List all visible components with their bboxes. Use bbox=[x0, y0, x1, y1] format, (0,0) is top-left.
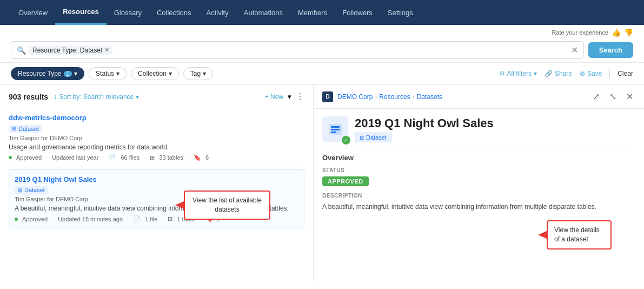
dataset-main-title: 2019 Q1 Night Owl Sales bbox=[355, 116, 494, 130]
dataset-type-icon-1: ⊞ bbox=[12, 126, 16, 132]
sort-icon: ↕ bbox=[54, 93, 57, 101]
description-text: A beautiful, meaningful, intuitive data … bbox=[322, 202, 635, 212]
search-input-wrap[interactable]: 🔍 Resource Type: Dataset ✕ ✕ bbox=[11, 41, 584, 59]
new-chevron-icon: ▾ bbox=[288, 93, 291, 101]
results-actions: + New ▾ ⋮ bbox=[265, 91, 304, 102]
org-icon: D bbox=[322, 91, 333, 102]
thumbs-up-icon[interactable]: 👍 bbox=[612, 28, 621, 37]
new-button[interactable]: + New bbox=[265, 93, 283, 101]
description-field-label: DESCRIPTION bbox=[322, 193, 635, 199]
nav-glossary[interactable]: Glossary bbox=[107, 0, 149, 25]
right-callout-box: View the details of a dataset bbox=[547, 220, 612, 249]
nav-automations[interactable]: Automations bbox=[236, 0, 290, 25]
resource-type-filter-button[interactable]: Resource Type 1 ▾ bbox=[11, 67, 84, 80]
main-content: 903 results ↕ Sort by: Search relevance … bbox=[0, 85, 644, 281]
file-icon-1: 📄 bbox=[109, 154, 116, 161]
close-icon[interactable]: ✕ bbox=[624, 90, 635, 103]
bookmark-icon-1: 🔖 bbox=[194, 154, 201, 161]
dataset-type-badge-right: ⊞ Dataset bbox=[355, 133, 391, 142]
share-icon: 🔗 bbox=[545, 70, 553, 77]
status-badge: APPROVED bbox=[322, 176, 369, 186]
status-field-label: STATUS bbox=[322, 167, 635, 173]
nav-followers[interactable]: Followers bbox=[335, 0, 380, 25]
tables-1: 33 tables bbox=[159, 154, 183, 161]
dataset-desc-1: Usage and governance reporting metrics f… bbox=[9, 143, 304, 151]
bookmarks-1: 6 bbox=[205, 154, 209, 161]
files-2: 1 file bbox=[145, 216, 157, 222]
all-filters-button[interactable]: ⚙ All filters ▾ bbox=[499, 70, 537, 77]
svg-rect-1 bbox=[331, 126, 340, 128]
nav-bar: Overview Resources Glossary Collections … bbox=[0, 0, 644, 25]
thumbs-down-icon[interactable]: 👎 bbox=[624, 28, 633, 37]
dataset-meta-1: Approved · Updated last year · 📄 66 file… bbox=[9, 154, 304, 161]
remove-filter-button[interactable]: ✕ bbox=[104, 47, 109, 54]
breadcrumb-org[interactable]: DEMO Corp bbox=[337, 93, 373, 101]
sort-chevron-icon: ▾ bbox=[136, 93, 139, 101]
rate-experience-label: Rate your experience bbox=[552, 29, 608, 36]
share-button[interactable]: 🔗 Share bbox=[545, 70, 572, 77]
breadcrumb-resources[interactable]: Resources bbox=[379, 93, 410, 101]
dataset-badge-1: ⊞ Dataset bbox=[9, 125, 42, 133]
breadcrumb-datasets[interactable]: Datasets bbox=[417, 93, 442, 101]
search-icon: 🔍 bbox=[17, 46, 26, 55]
search-button[interactable]: Search bbox=[588, 42, 633, 58]
svg-rect-3 bbox=[331, 132, 336, 133]
left-panel: 903 results ↕ Sort by: Search relevance … bbox=[0, 85, 314, 281]
dataset-badge-2: ⊞ Dataset bbox=[15, 186, 48, 194]
tag-label: Tag bbox=[190, 70, 201, 77]
expand-icon[interactable]: ⤡ bbox=[607, 90, 619, 103]
right-panel: D DEMO Corp › Resources › Datasets ⤢ ⤡ ✕ bbox=[314, 85, 644, 219]
status-chevron-icon: ▾ bbox=[116, 70, 119, 77]
clear-search-button[interactable]: ✕ bbox=[571, 45, 578, 55]
nav-members[interactable]: Members bbox=[290, 0, 335, 25]
collection-filter-button[interactable]: Collection ▾ bbox=[131, 67, 179, 80]
nav-settings[interactable]: Settings bbox=[380, 0, 421, 25]
collection-chevron-icon: ▾ bbox=[169, 70, 172, 77]
filter-label: Resource Type: bbox=[32, 47, 78, 54]
resource-type-label: Resource Type bbox=[18, 70, 62, 77]
filter-bar: Resource Type 1 ▾ Status ▾ Collection ▾ … bbox=[0, 63, 644, 85]
right-header: D DEMO Corp › Resources › Datasets ⤢ ⤡ ✕ bbox=[314, 85, 644, 109]
svg-rect-2 bbox=[331, 129, 340, 130]
verified-check-icon: ✓ bbox=[342, 136, 350, 144]
resource-type-badge: 1 bbox=[64, 71, 72, 77]
filter-bar-right: ⚙ All filters ▾ 🔗 Share ⊕ Save Clear bbox=[499, 69, 633, 78]
all-filters-chevron-icon: ▾ bbox=[534, 70, 537, 77]
status-filter-button[interactable]: Status ▾ bbox=[89, 67, 127, 80]
tag-chevron-icon: ▾ bbox=[203, 70, 206, 77]
left-callout-text: View the list of available datasets bbox=[192, 196, 262, 213]
save-button[interactable]: ⊕ Save bbox=[580, 70, 602, 77]
dataset-name-2[interactable]: 2019 Q1 Night Owl Sales bbox=[15, 175, 298, 183]
divider bbox=[609, 69, 610, 78]
nav-overview[interactable]: Overview bbox=[11, 0, 55, 25]
left-callout-box: View the list of available datasets bbox=[184, 191, 270, 220]
status-text-1: Approved bbox=[16, 154, 42, 161]
status-label: Status bbox=[96, 70, 114, 77]
dataset-author-1: Tim Gasper for DEMO Corp bbox=[9, 135, 304, 141]
dataset-title-text-wrap: 2019 Q1 Night Owl Sales ⊞ Dataset bbox=[355, 116, 494, 142]
right-callout-text: View the details of a dataset bbox=[554, 226, 600, 243]
files-1: 66 files bbox=[121, 154, 140, 161]
sort-by-button[interactable]: ↕ Sort by: Search relevance ▾ bbox=[54, 93, 139, 101]
dataset-card-1: ddw-metrics-democorp ⊞ Dataset Tim Gaspe… bbox=[9, 108, 304, 167]
table-icon-2: ⊞ bbox=[168, 215, 172, 222]
updated-1: Updated last year bbox=[52, 154, 98, 161]
updated-2: Updated 18 minutes ago bbox=[58, 216, 123, 222]
right-panel-wrapper: D DEMO Corp › Resources › Datasets ⤢ ⤡ ✕ bbox=[314, 85, 644, 281]
nav-resources[interactable]: Resources bbox=[55, 0, 106, 25]
tag-filter-button[interactable]: Tag ▾ bbox=[183, 67, 213, 80]
nav-collections[interactable]: Collections bbox=[149, 0, 199, 25]
status-dot-1 bbox=[9, 156, 12, 159]
dataset-type-icon-2: ⊞ bbox=[18, 187, 22, 193]
right-header-actions: ⤢ ⤡ ✕ bbox=[590, 90, 635, 103]
overview-label: Overview bbox=[322, 154, 635, 162]
resource-type-filter-tag: Resource Type: Dataset ✕ bbox=[29, 45, 112, 55]
dataset-name-1[interactable]: ddw-metrics-democorp bbox=[9, 114, 304, 122]
external-link-icon[interactable]: ⤢ bbox=[590, 90, 602, 103]
more-options-button[interactable]: ⋮ bbox=[296, 91, 304, 102]
right-body: ✓ 2019 Q1 Night Owl Sales ⊞ Dataset Ove bbox=[314, 109, 644, 219]
right-divider bbox=[322, 148, 635, 148]
clear-button[interactable]: Clear bbox=[618, 70, 633, 77]
nav-activity[interactable]: Activity bbox=[199, 0, 236, 25]
breadcrumb: D DEMO Corp › Resources › Datasets bbox=[322, 91, 442, 102]
